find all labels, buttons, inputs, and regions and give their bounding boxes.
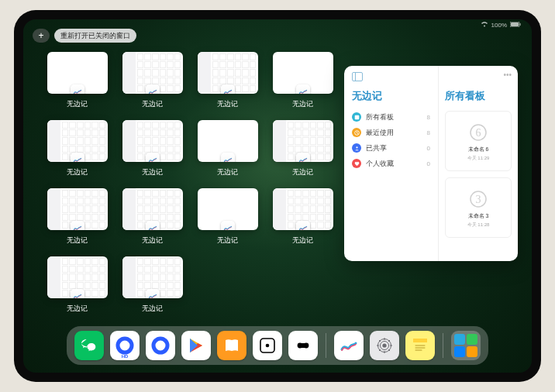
window-label: 无边记 [292, 167, 313, 177]
window-thumbnail[interactable]: 无边记 [197, 120, 258, 177]
svg-point-21 [382, 343, 386, 347]
window-thumbnail[interactable]: 无边记 [272, 188, 333, 246]
wifi-icon [481, 21, 488, 29]
ipad-device: 100% + 重新打开已关闭的窗口 无边记无边记无边记无边记无边记无边记无边记无… [14, 10, 541, 382]
board-subtitle: 今天 11:29 [467, 155, 490, 162]
folder-mini-icon [467, 334, 477, 345]
dock-separator [326, 333, 326, 358]
freeform-app-icon [296, 221, 310, 230]
window-thumbnail[interactable]: 无边记 [47, 188, 108, 246]
window-thumbnail[interactable]: 无边记 [197, 52, 258, 109]
screen: 100% + 重新打开已关闭的窗口 无边记无边记无边记无边记无边记无边记无边记无… [23, 19, 532, 373]
battery-text: 100% [491, 22, 507, 29]
plus-icon: + [38, 30, 43, 41]
dock-app-dice-icon[interactable] [253, 331, 282, 360]
dock: HD [67, 326, 488, 365]
category-item[interactable]: 最近使用8 [352, 125, 430, 140]
battery-icon [510, 22, 521, 29]
svg-rect-23 [413, 339, 427, 342]
panel-sidebar: 无边记 所有看板8最近使用8已共享0个人收藏0 [344, 66, 438, 261]
sidebar-toggle-icon[interactable] [352, 72, 363, 81]
category-item[interactable]: 已共享0 [352, 140, 430, 156]
svg-point-11 [88, 342, 89, 343]
board-sketch: 6 [467, 121, 490, 144]
freeform-app-icon [146, 289, 160, 298]
svg-rect-18 [300, 343, 306, 348]
window-label: 无边记 [292, 99, 313, 109]
top-bar: + 重新打开已关闭的窗口 [33, 29, 136, 43]
category-count: 8 [427, 114, 430, 121]
folder-mini-icon [467, 346, 477, 357]
window-thumbnail[interactable]: 无边记 [122, 256, 183, 314]
dock-separator [443, 333, 443, 358]
freeform-app-icon [221, 221, 235, 230]
category-item[interactable]: 个人收藏0 [352, 156, 430, 171]
window-thumb [47, 52, 108, 94]
window-thumbnail[interactable]: 无边记 [47, 120, 108, 177]
window-thumb [198, 188, 258, 230]
category-label: 最近使用 [366, 128, 394, 138]
window-thumbnail[interactable]: 无边记 [197, 188, 258, 246]
window-thumbnail[interactable]: 无边记 [122, 188, 183, 246]
window-label: 无边记 [142, 167, 163, 177]
freeform-app-icon [296, 153, 310, 162]
svg-text:6: 6 [475, 127, 481, 139]
dock-app-books-icon[interactable] [217, 331, 246, 360]
app-expose-grid: 无边记无边记无边记无边记无边记无边记无边记无边记无边记无边记无边记无边记无边记无… [47, 52, 333, 314]
panel-title: 无边记 [352, 89, 430, 103]
dock-app-settings-icon[interactable] [370, 331, 399, 360]
dock-app-wechat-icon[interactable] [74, 331, 104, 360]
dock-folder[interactable] [451, 331, 481, 360]
dock-app-keka-icon[interactable] [288, 331, 318, 360]
board-name: 未命名 6 [468, 146, 489, 153]
freeform-app-icon [146, 153, 160, 162]
status-bar: 100% [481, 21, 521, 29]
window-thumbnail[interactable]: 无边记 [272, 120, 333, 177]
window-thumb [122, 256, 183, 298]
svg-text:3: 3 [475, 194, 481, 205]
window-thumbnail[interactable]: 无边记 [122, 52, 183, 109]
dock-app-notes-icon[interactable] [405, 331, 435, 360]
window-thumbnail[interactable]: 无边记 [47, 256, 108, 314]
category-item[interactable]: 所有看板8 [352, 109, 430, 125]
window-label: 无边记 [67, 99, 88, 109]
svg-rect-3 [354, 115, 359, 119]
freeform-app-icon [71, 289, 84, 298]
window-label: 无边记 [217, 99, 238, 109]
board-sketch: 3 [467, 187, 490, 211]
dock-app-play-icon[interactable] [181, 331, 211, 360]
window-thumbnail[interactable]: 无边记 [122, 120, 183, 177]
board-card[interactable]: 3未命名 3今天 11:28 [445, 177, 512, 238]
window-thumb [198, 120, 258, 162]
panel-right-title: 所有看板 [445, 89, 512, 103]
window-label: 无边记 [217, 236, 238, 246]
window-thumb [122, 52, 183, 94]
board-name: 未命名 3 [468, 212, 489, 220]
dock-app-quark-icon[interactable] [146, 331, 175, 360]
dock-app-freeform-icon[interactable] [334, 331, 364, 360]
window-thumb [122, 120, 183, 162]
category-count: 8 [427, 129, 430, 136]
window-label: 无边记 [142, 236, 163, 246]
freeform-app-icon [71, 153, 84, 162]
freeform-app-icon [221, 84, 235, 94]
category-count: 0 [427, 145, 430, 152]
freeform-preview-panel[interactable]: ••• 无边记 所有看板8最近使用8已共享0个人收藏0 所有看板 6未命名 6今… [344, 66, 518, 261]
window-thumb [273, 120, 333, 162]
restore-closed-window-button[interactable]: 重新打开已关闭的窗口 [54, 29, 136, 43]
window-thumbnail[interactable]: 无边记 [272, 52, 333, 109]
drag-handle-icon[interactable]: ••• [503, 70, 512, 79]
window-thumb [273, 188, 333, 230]
freeform-app-icon [296, 84, 310, 94]
category-icon [352, 143, 361, 153]
svg-rect-1 [511, 22, 519, 26]
window-thumbnail[interactable]: 无边记 [47, 52, 108, 109]
add-window-button[interactable]: + [33, 29, 50, 43]
dock-app-quark-hd-icon[interactable]: HD [110, 331, 140, 360]
panel-board-list: 所有看板 6未命名 6今天 11:293未命名 3今天 11:28 [438, 66, 518, 261]
freeform-app-icon [71, 84, 84, 94]
board-card[interactable]: 6未命名 6今天 11:29 [445, 111, 512, 171]
svg-point-10 [84, 342, 85, 343]
category-icon [352, 112, 361, 122]
category-icon [352, 159, 361, 168]
